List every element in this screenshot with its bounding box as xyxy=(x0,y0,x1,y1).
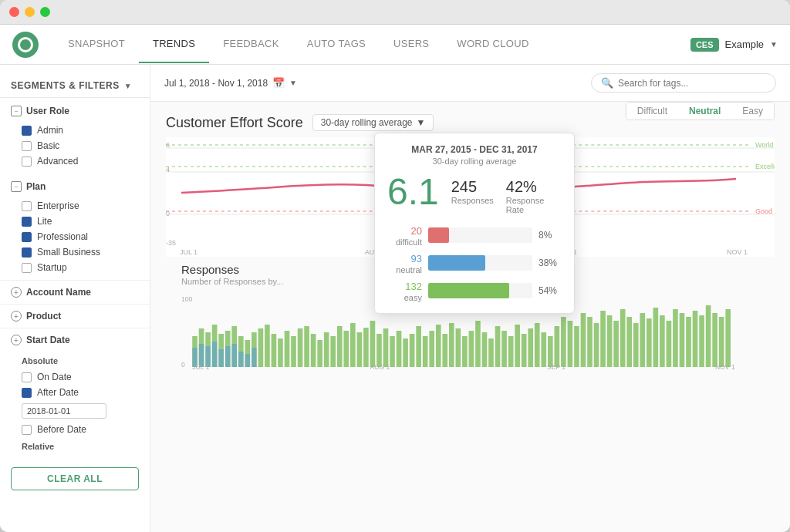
absolute-section: Absolute On Date After Date Before Date … xyxy=(0,352,150,460)
list-item[interactable]: After Date xyxy=(22,385,139,400)
date-dropdown-icon: ▼ xyxy=(289,79,297,87)
responses-sub: Number of Responses by... xyxy=(181,277,283,286)
minimize-button[interactable] xyxy=(25,7,35,17)
product-section[interactable]: + Product xyxy=(0,304,150,328)
svg-rect-81 xyxy=(594,323,599,367)
product-expand-icon[interactable]: + xyxy=(11,311,22,322)
tab-users[interactable]: USERS xyxy=(380,25,443,63)
neutral-bar-wrap xyxy=(428,255,532,271)
before-date-checkbox[interactable] xyxy=(22,425,32,435)
nav-right: CES Example ▼ xyxy=(690,38,778,52)
plan-section-header[interactable]: − Plan xyxy=(0,173,150,197)
rolling-avg-chevron: ▼ xyxy=(416,117,425,128)
svg-rect-45 xyxy=(357,332,363,367)
list-item[interactable]: On Date xyxy=(22,369,139,385)
list-item[interactable]: Lite xyxy=(22,214,139,229)
close-button[interactable] xyxy=(9,7,19,17)
difficult-filter-button[interactable]: Difficult xyxy=(626,103,678,120)
on-date-checkbox[interactable] xyxy=(22,372,32,382)
content-header: Jul 1, 2018 - Nov 1, 2018 📅 ▼ 🔍 xyxy=(150,65,790,102)
svg-rect-94 xyxy=(680,313,685,367)
basic-checkbox[interactable] xyxy=(22,141,32,151)
svg-rect-49 xyxy=(383,328,389,367)
svg-rect-61 xyxy=(462,336,468,367)
enterprise-checkbox[interactable] xyxy=(22,201,32,211)
before-date-label: Before Date xyxy=(37,424,86,435)
list-item[interactable]: Small Business xyxy=(22,244,139,260)
date-range[interactable]: Jul 1, 2018 - Nov 1, 2018 📅 ▼ xyxy=(164,77,297,89)
neutral-count: 93 xyxy=(411,253,422,264)
list-item[interactable]: Startup xyxy=(22,260,139,275)
start-date-section[interactable]: + Start Date xyxy=(0,328,150,352)
list-item[interactable]: Advanced xyxy=(22,153,139,169)
list-item[interactable]: Admin xyxy=(22,123,139,138)
start-date-expand-icon[interactable]: + xyxy=(11,335,22,345)
easy-count: 132 xyxy=(405,281,422,292)
rolling-avg-label: 30-day rolling average xyxy=(321,117,413,128)
neutral-pct: 38% xyxy=(538,258,562,268)
tab-word-cloud[interactable]: WORD CLOUD xyxy=(443,25,542,63)
after-date-checkbox[interactable] xyxy=(22,388,32,398)
neutral-bar xyxy=(428,255,485,271)
svg-rect-87 xyxy=(633,323,639,367)
user-role-section-header[interactable]: − User Role xyxy=(0,98,150,121)
easy-filter-button[interactable]: Easy xyxy=(731,103,774,120)
neutral-count-label: 93 neutral xyxy=(387,251,422,274)
rolling-avg-button[interactable]: 30-day rolling average ▼ xyxy=(312,114,434,131)
svg-rect-92 xyxy=(667,321,672,367)
svg-rect-31 xyxy=(265,325,270,367)
svg-rect-46 xyxy=(363,328,369,367)
maximize-button[interactable] xyxy=(40,7,50,17)
tab-feedback[interactable]: FEEDBACK xyxy=(209,25,292,63)
user-role-toggle[interactable]: − xyxy=(11,106,22,116)
tooltip-score-row: 6.1 245 Responses 42% Response Rate xyxy=(387,173,562,214)
difficult-bar-row: 20 difficult 8% xyxy=(387,224,562,247)
list-item[interactable]: Before Date xyxy=(22,422,139,437)
lite-checkbox[interactable] xyxy=(22,217,32,227)
clear-all-button[interactable]: CLEAR ALL xyxy=(11,467,139,490)
list-item[interactable]: Professional xyxy=(22,229,139,244)
segments-filters-label: SEGMENTS & FILTERS xyxy=(11,80,120,91)
tab-auto-tags[interactable]: AUTO TAGS xyxy=(293,25,380,63)
list-item[interactable]: Basic xyxy=(22,138,139,153)
chart-tooltip: MAR 27, 2015 - DEC 31, 2017 30-day rolli… xyxy=(374,133,575,314)
svg-rect-63 xyxy=(475,321,481,367)
main-area: SEGMENTS & FILTERS ▼ − User Role Admin B… xyxy=(0,65,790,532)
content-area: Jul 1, 2018 - Nov 1, 2018 📅 ▼ 🔍 Customer… xyxy=(150,65,790,532)
neutral-filter-button[interactable]: Neutral xyxy=(678,103,731,120)
svg-rect-60 xyxy=(456,328,461,367)
svg-rect-55 xyxy=(423,336,428,367)
list-item[interactable]: Enterprise xyxy=(22,198,139,214)
svg-rect-65 xyxy=(488,338,494,367)
tooltip-score: 6.1 xyxy=(387,173,439,210)
startup-checkbox[interactable] xyxy=(22,263,32,273)
search-input[interactable] xyxy=(618,78,766,89)
small-business-checkbox[interactable] xyxy=(22,247,32,258)
tab-snapshot[interactable]: SNAPSHOT xyxy=(54,25,139,63)
filter-bar[interactable]: SEGMENTS & FILTERS ▼ xyxy=(0,74,150,98)
svg-rect-62 xyxy=(469,331,474,367)
tooltip-stats: 245 Responses 42% Response Rate xyxy=(451,173,562,214)
tab-trends[interactable]: TRENDS xyxy=(139,25,209,63)
svg-text:0: 0 xyxy=(166,210,170,217)
date-input-field[interactable] xyxy=(22,403,106,419)
advanced-label: Advanced xyxy=(37,156,78,167)
advanced-checkbox[interactable] xyxy=(22,157,32,167)
svg-rect-53 xyxy=(410,334,415,367)
svg-rect-57 xyxy=(436,325,441,367)
svg-rect-76 xyxy=(561,317,566,367)
professional-checkbox[interactable] xyxy=(22,232,32,242)
rate-label: Response Rate xyxy=(506,196,562,214)
user-role-items: Admin Basic Advanced xyxy=(0,121,150,173)
account-name-expand-icon[interactable]: + xyxy=(11,287,22,298)
svg-rect-41 xyxy=(330,336,336,367)
account-name-section[interactable]: + Account Name xyxy=(0,280,150,304)
nav-bar: SNAPSHOT TRENDS FEEDBACK AUTO TAGS USERS… xyxy=(0,25,790,65)
neutral-bar-row: 93 neutral 38% xyxy=(387,251,562,274)
svg-rect-58 xyxy=(442,334,447,367)
svg-text:Good: Good xyxy=(755,207,772,215)
product-label: Product xyxy=(26,311,61,322)
plan-toggle[interactable]: − xyxy=(11,181,22,192)
admin-checkbox[interactable] xyxy=(22,126,32,136)
search-icon: 🔍 xyxy=(601,77,613,89)
